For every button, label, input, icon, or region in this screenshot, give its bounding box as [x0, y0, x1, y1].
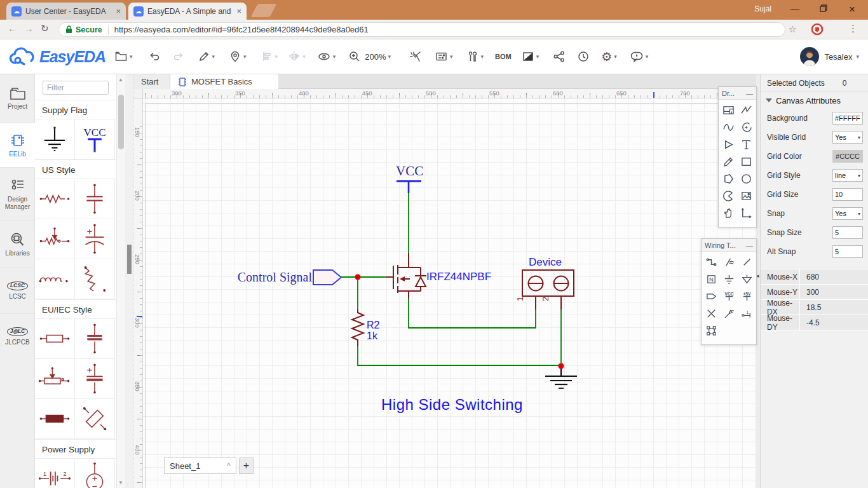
- wire-icon[interactable]: [702, 254, 720, 271]
- sidebar-item-eelib[interactable]: EELib: [0, 123, 35, 168]
- resistor-r2-symbol[interactable]: [352, 309, 363, 346]
- pencil-icon[interactable]: [720, 153, 738, 170]
- wiring-tools-header[interactable]: Wiring T... —: [702, 239, 756, 252]
- browser-tab-editor[interactable]: ☁ EasyEDA - A Simple and ×: [128, 3, 247, 20]
- easyeda-logo[interactable]: EasyEDA: [9, 47, 109, 66]
- library-scrollbar-thumb[interactable]: [118, 95, 124, 149]
- schematic-canvas[interactable]: VCC Control Signal IRFZ44NPBF R2 1k Devi…: [143, 98, 756, 488]
- minimize-palette-icon[interactable]: —: [746, 90, 753, 97]
- wire-source-device[interactable]: [409, 299, 536, 328]
- mosfet-symbol[interactable]: [386, 253, 426, 299]
- lib-item-ground-flag[interactable]: [35, 119, 75, 159]
- junction-dot[interactable]: [559, 363, 564, 369]
- lib-item-potentiometer-us[interactable]: [35, 219, 75, 259]
- bezier-icon[interactable]: [720, 119, 738, 136]
- window-close-icon[interactable]: ×: [843, 4, 862, 15]
- mosfet-part-label[interactable]: IRFZ44NPBF: [426, 271, 491, 283]
- frame-icon[interactable]: [720, 102, 738, 119]
- lib-item-resistor-diagonal-eu[interactable]: [75, 399, 115, 439]
- lib-item-resistor-filled-eu[interactable]: [35, 399, 75, 439]
- url-text[interactable]: https://easyeda.com/editor#id=96fc21d5ee…: [114, 25, 369, 34]
- grid-color-swatch[interactable]: #CCCC: [832, 150, 863, 163]
- file-button[interactable]: ▾: [114, 50, 133, 63]
- polygon-icon[interactable]: [720, 170, 738, 187]
- resistor-value-label[interactable]: 1k: [367, 330, 377, 342]
- current-user[interactable]: Tesalex: [824, 52, 852, 62]
- lib-item-voltage-source[interactable]: [75, 459, 115, 488]
- bom-button[interactable]: BOM: [495, 53, 512, 60]
- tab-start[interactable]: Start: [133, 74, 170, 89]
- share-button[interactable]: [553, 50, 566, 63]
- help-button[interactable]: ▾: [630, 50, 649, 63]
- background-input[interactable]: [832, 112, 863, 125]
- extension-icon[interactable]: [811, 23, 824, 38]
- arc-icon[interactable]: [738, 119, 756, 136]
- draw-button[interactable]: ▾: [198, 50, 215, 63]
- reload-icon[interactable]: ↻: [41, 23, 49, 34]
- canvas-attributes-header[interactable]: Canvas Attributes: [761, 92, 868, 109]
- lib-item-polarized-capacitor-eu[interactable]: [75, 359, 115, 399]
- new-tab-button[interactable]: [250, 4, 276, 17]
- sidebar-item-libraries[interactable]: Libraries: [0, 221, 35, 268]
- origin-icon[interactable]: [738, 205, 756, 222]
- device-label[interactable]: Device: [529, 256, 562, 269]
- lib-item-inductor-us[interactable]: [35, 259, 75, 299]
- drawing-tools-header[interactable]: Dr... —: [719, 87, 756, 100]
- bus-icon[interactable]: [720, 254, 738, 271]
- url-bar[interactable]: Secure https://easyeda.com/editor#id=96f…: [58, 22, 785, 37]
- add-sheet-button[interactable]: +: [239, 458, 254, 474]
- pie-icon[interactable]: [720, 187, 738, 205]
- sheet-selector[interactable]: Sheet_1 ^: [164, 458, 236, 474]
- visible-grid-select[interactable]: Yes ▾: [832, 131, 863, 144]
- control-signal-label[interactable]: Control Signal: [232, 270, 312, 285]
- schematic-title[interactable]: High Side Switching: [381, 396, 523, 414]
- drag-hand-icon[interactable]: [720, 205, 738, 222]
- lib-item-capacitor-us[interactable]: [75, 179, 115, 219]
- tab-mosfet-basics[interactable]: MOSFET Basics: [170, 74, 278, 89]
- snap-size-input[interactable]: [832, 226, 863, 239]
- redo-button[interactable]: [172, 50, 185, 63]
- browser-menu-icon[interactable]: ⋮: [848, 23, 858, 34]
- ground-icon[interactable]: [720, 271, 738, 288]
- v5-flag-icon[interactable]: +5V: [738, 288, 756, 305]
- browser-tab-user-center[interactable]: ☁ User Center - EasyEDA ×: [6, 3, 126, 20]
- voltage-probe-icon[interactable]: [720, 305, 738, 322]
- mirror-button[interactable]: ▾: [288, 50, 306, 63]
- lib-item-potentiometer-eu[interactable]: [35, 359, 75, 399]
- polyline-icon[interactable]: [738, 102, 756, 119]
- lib-item-capacitor-eu[interactable]: [75, 319, 115, 359]
- device-connector-symbol[interactable]: [522, 270, 574, 309]
- no-connect-icon[interactable]: [702, 305, 720, 322]
- vcc-net-flag[interactable]: [397, 181, 421, 193]
- align-button[interactable]: ▾: [261, 50, 278, 63]
- lib-item-battery[interactable]: 1 2: [35, 459, 75, 488]
- control-signal-netport[interactable]: [313, 270, 341, 285]
- sidebar-item-lcsc[interactable]: LCSC LCSC: [0, 268, 35, 314]
- scroll-down-icon[interactable]: ▼: [118, 480, 123, 485]
- sidebar-item-jlcpcb[interactable]: J◎LC JLCPCB: [0, 314, 35, 360]
- view-button[interactable]: ▾: [317, 50, 336, 63]
- history-button[interactable]: [577, 50, 590, 63]
- alt-snap-input[interactable]: [832, 245, 863, 258]
- resistor-ref-label[interactable]: R2: [367, 320, 379, 331]
- ellipse-icon[interactable]: [738, 170, 756, 187]
- filter-input[interactable]: [43, 81, 109, 95]
- zoom-level[interactable]: 200% ▾: [365, 52, 391, 62]
- location-button[interactable]: ▾: [229, 50, 247, 63]
- canvas-scrollbar-thumb[interactable]: [127, 245, 132, 274]
- rect-icon[interactable]: [738, 153, 756, 170]
- zoom-in-button[interactable]: [348, 50, 361, 63]
- vcc-flag-icon[interactable]: VCC: [720, 288, 738, 305]
- lib-item-resistor-diagonal-us[interactable]: [75, 259, 115, 299]
- lib-item-resistor-eu[interactable]: [35, 319, 75, 359]
- lib-item-resistor-us[interactable]: [35, 179, 75, 219]
- panel-config-button[interactable]: ▾: [435, 50, 453, 63]
- bookmark-star-icon[interactable]: ☆: [789, 24, 797, 35]
- bus-entry-icon[interactable]: [738, 254, 756, 271]
- ground-symbol[interactable]: [545, 366, 577, 388]
- lib-item-polarized-capacitor-us[interactable]: [75, 219, 115, 259]
- window-minimize-icon[interactable]: —: [785, 4, 804, 14]
- grid-style-select[interactable]: line ▾: [832, 169, 863, 182]
- tools-button[interactable]: ▾: [466, 50, 484, 63]
- magic-wand-button[interactable]: [409, 50, 422, 63]
